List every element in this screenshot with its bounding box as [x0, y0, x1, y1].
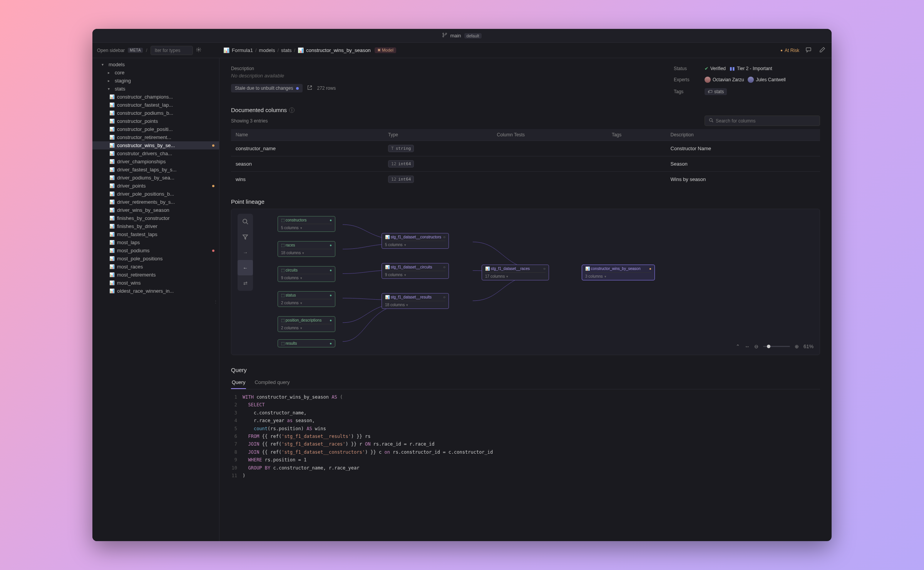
col-header-type[interactable]: Type — [383, 129, 492, 141]
lineage-node[interactable]: 📊 stg_f1_dataset__constructors○5 columns… — [382, 233, 449, 249]
sidebar-item[interactable]: 📊 finishes_by_driver — [92, 222, 219, 230]
breadcrumb-project[interactable]: Formula1 — [232, 47, 253, 53]
lineage-node-target[interactable]: 📊 constructor_wins_by_season●3 columns ▾ — [582, 265, 655, 280]
sidebar-item-label: constructor_champions... — [117, 94, 214, 100]
sidebar-item[interactable]: 📊 constructor_points — [92, 117, 219, 125]
description-label: Description — [231, 66, 658, 71]
columns-table: Name Type Column Tests Tags Description … — [231, 129, 820, 187]
tag-chip[interactable]: 🏷 stats — [705, 88, 727, 95]
col-header-tests[interactable]: Column Tests — [492, 129, 607, 141]
sidebar-item[interactable]: 📊 constructor_fastest_lap... — [92, 101, 219, 109]
open-sidebar-button[interactable]: Open sidebar — [97, 48, 125, 53]
sidebar-item-label: constructor_points — [117, 118, 214, 124]
zoom-in-icon[interactable]: ⊕ — [795, 344, 799, 349]
sidebar-item[interactable]: 📊 constructor_retirement... — [92, 133, 219, 141]
table-row[interactable]: constructor_name Tstring Constructor Nam… — [231, 141, 820, 156]
comment-icon[interactable] — [804, 45, 813, 55]
sidebar-item[interactable]: 📊 constructor_pole_positi... — [92, 125, 219, 133]
col-name: constructor_name — [231, 141, 383, 156]
sidebar-item[interactable]: 📊 most_pole_positions — [92, 255, 219, 263]
sidebar-item[interactable]: 📊 driver_fastest_laps_by_s... — [92, 166, 219, 174]
sidebar-item-label: driver_wins_by_season — [117, 207, 214, 213]
edit-icon[interactable] — [818, 45, 827, 55]
model-badge: ✖ Model — [375, 47, 396, 53]
columns-section-title: Documented columns i — [231, 107, 820, 113]
col-header-name[interactable]: Name — [231, 129, 383, 141]
lineage-node[interactable]: ⬚ constructors●5 columns ▾ — [278, 216, 335, 232]
model-icon: 📊 — [109, 102, 115, 107]
sidebar-item[interactable]: 📊 constructor_podiums_b... — [92, 109, 219, 117]
tree-folder-models[interactable]: ▾ models — [92, 60, 219, 69]
lineage-node[interactable]: 📊 stg_f1_dataset__races○17 columns ▾ — [482, 265, 549, 280]
code-editor[interactable]: 1WITH constructor_wins_by_season AS (2 S… — [231, 393, 820, 479]
sidebar-item[interactable]: 📊 most_retirements — [92, 271, 219, 279]
columns-search[interactable] — [705, 116, 820, 126]
lineage-canvas[interactable]: → ← ⇄ — [231, 209, 820, 355]
lineage-node[interactable]: 📊 stg_f1_dataset__circuits○9 columns ▾ — [382, 263, 449, 279]
lineage-zoom-controls: ⌃ ↔ ⊖ ⊕ 61% — [736, 344, 814, 349]
stale-dot-icon — [296, 87, 299, 90]
fit-icon[interactable]: ↔ — [745, 344, 750, 349]
sidebar-item-label: finishes_by_constructor — [117, 215, 214, 221]
col-header-tags[interactable]: Tags — [607, 129, 666, 141]
breadcrumb-models[interactable]: models — [259, 47, 275, 53]
col-header-desc[interactable]: Description — [666, 129, 820, 141]
sidebar-item[interactable]: 📊 constructor_wins_by_se... — [92, 141, 219, 149]
sidebar-item[interactable]: 📊 constructor_champions... — [92, 93, 219, 101]
col-name: wins — [231, 172, 383, 187]
sidebar-item-label: most_pole_positions — [117, 256, 214, 262]
columns-search-input[interactable] — [716, 118, 816, 124]
info-icon[interactable]: i — [289, 107, 295, 113]
sidebar-item[interactable]: 📊 driver_podiums_by_sea... — [92, 174, 219, 182]
expert-chip[interactable]: Jules Cantwell — [748, 77, 785, 83]
branch-name[interactable]: main — [450, 33, 461, 39]
tree-folder-staging[interactable]: ▸ staging — [92, 77, 219, 85]
sidebar-item-label: most_podiums — [117, 248, 210, 253]
tab-compiled[interactable]: Compiled query — [254, 376, 290, 389]
sidebar-item[interactable]: 📊 oldest_race_winners_in... — [92, 287, 219, 295]
resize-handle[interactable]: ⋮⋮ — [214, 300, 219, 304]
lineage-node[interactable]: ⬚ races●18 columns ▾ — [278, 241, 335, 257]
sidebar-item[interactable]: 📊 construtor_drivers_cha... — [92, 149, 219, 158]
zoom-slider[interactable] — [763, 346, 790, 347]
code-line: 5 count(rs.position) AS wins — [231, 425, 820, 433]
sidebar-item[interactable]: 📊 most_laps — [92, 238, 219, 246]
sidebar-item[interactable]: 📊 driver_pole_positions_b... — [92, 190, 219, 198]
sidebar-item[interactable]: 📊 driver_wins_by_season — [92, 206, 219, 214]
model-icon: 📊 — [109, 111, 115, 116]
caret-right-icon: ▸ — [108, 79, 112, 83]
zoom-out-icon[interactable]: ⊖ — [754, 344, 758, 349]
model-icon: 📊 — [109, 240, 115, 245]
sidebar-item[interactable]: 📊 most_podiums — [92, 246, 219, 255]
gear-icon[interactable] — [196, 47, 201, 54]
query-title: Query — [231, 367, 820, 373]
sidebar-item[interactable]: 📊 driver_championships — [92, 158, 219, 166]
at-risk-badge[interactable]: At Risk — [780, 48, 799, 53]
table-row[interactable]: season 12int64 Season — [231, 156, 820, 172]
sidebar-item[interactable]: 📊 most_fastest_laps — [92, 230, 219, 238]
lineage-node[interactable]: ⬚ circuits●9 columns ▾ — [278, 266, 335, 282]
sidebar-item[interactable]: 📊 most_wins — [92, 279, 219, 287]
table-row[interactable]: wins 12int64 Wins by season — [231, 172, 820, 187]
external-link-icon[interactable] — [307, 85, 312, 91]
tab-query[interactable]: Query — [231, 376, 246, 389]
search-icon — [709, 118, 713, 124]
sidebar-item[interactable]: 📊 driver_points — [92, 182, 219, 190]
sidebar-item[interactable]: 📊 driver_retirements_by_s... — [92, 198, 219, 206]
lineage-node[interactable]: ⬚ results● — [278, 339, 335, 347]
tree-folder-core[interactable]: ▸ core — [92, 69, 219, 77]
model-icon: 📊 — [109, 248, 115, 253]
stale-badge[interactable]: Stale due to unbuilt changes — [231, 84, 303, 92]
expert-chip[interactable]: Octavian Zarzu — [705, 77, 744, 83]
lineage-node[interactable]: 📊 stg_f1_dataset__results○18 columns ▾ — [382, 293, 449, 309]
breadcrumb: 📊 Formula1 / models / stats / 📊 construc… — [223, 47, 777, 53]
lineage-node[interactable]: ⬚ status●2 columns ▾ — [278, 291, 335, 307]
lineage-node[interactable]: ⬚ position_descriptions●2 columns ▾ — [278, 316, 335, 332]
sidebar-item[interactable]: 📊 most_races — [92, 263, 219, 271]
type-filter-input[interactable] — [151, 46, 193, 55]
sidebar-item[interactable]: 📊 finishes_by_constructor — [92, 214, 219, 222]
breadcrumb-stats[interactable]: stats — [281, 47, 291, 53]
collapse-icon[interactable]: ⌃ — [736, 344, 740, 349]
tree-folder-stats[interactable]: ▾ stats — [92, 85, 219, 93]
model-icon: 📊 — [109, 272, 115, 277]
